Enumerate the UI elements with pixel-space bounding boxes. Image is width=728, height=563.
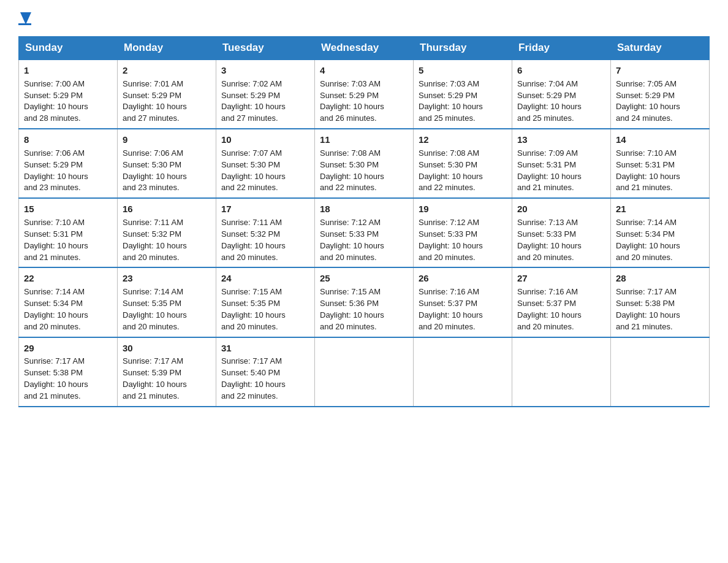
day-sunrise: Sunrise: 7:01 AMSunset: 5:29 PMDaylight:… xyxy=(123,79,187,123)
calendar-cell: 21 Sunrise: 7:14 AMSunset: 5:34 PMDaylig… xyxy=(611,198,710,267)
day-number: 10 xyxy=(221,133,309,147)
calendar-cell: 17 Sunrise: 7:11 AMSunset: 5:32 PMDaylig… xyxy=(216,198,315,267)
logo-underline xyxy=(18,23,31,25)
calendar-cell: 2 Sunrise: 7:01 AMSunset: 5:29 PMDayligh… xyxy=(118,59,216,129)
day-sunrise: Sunrise: 7:15 AMSunset: 5:35 PMDaylight:… xyxy=(221,287,286,331)
day-number: 19 xyxy=(419,202,507,216)
calendar-cell: 18 Sunrise: 7:12 AMSunset: 5:33 PMDaylig… xyxy=(315,198,414,267)
day-sunrise: Sunrise: 7:02 AMSunset: 5:29 PMDaylight:… xyxy=(221,79,286,123)
day-sunrise: Sunrise: 7:10 AMSunset: 5:31 PMDaylight:… xyxy=(24,218,88,262)
logo xyxy=(18,12,31,25)
svg-marker-0 xyxy=(20,12,31,25)
calendar-cell: 11 Sunrise: 7:08 AMSunset: 5:30 PMDaylig… xyxy=(315,129,414,198)
day-sunrise: Sunrise: 7:14 AMSunset: 5:34 PMDaylight:… xyxy=(24,287,88,331)
calendar-cell: 28 Sunrise: 7:17 AMSunset: 5:38 PMDaylig… xyxy=(611,267,710,337)
calendar-cell xyxy=(512,337,611,407)
day-sunrise: Sunrise: 7:10 AMSunset: 5:31 PMDaylight:… xyxy=(616,148,680,193)
day-number: 9 xyxy=(123,133,211,147)
day-sunrise: Sunrise: 7:14 AMSunset: 5:34 PMDaylight:… xyxy=(616,218,680,262)
logo-triangle-icon xyxy=(20,12,31,25)
calendar-cell: 14 Sunrise: 7:10 AMSunset: 5:31 PMDaylig… xyxy=(611,129,710,198)
day-number: 27 xyxy=(517,272,605,285)
logo-row1 xyxy=(18,12,31,25)
calendar-cell: 13 Sunrise: 7:09 AMSunset: 5:31 PMDaylig… xyxy=(512,129,611,198)
day-number: 20 xyxy=(517,202,605,216)
day-number: 14 xyxy=(616,133,704,147)
weekday-header-saturday: Saturday xyxy=(611,37,710,60)
day-sunrise: Sunrise: 7:07 AMSunset: 5:30 PMDaylight:… xyxy=(221,148,286,193)
calendar-cell: 4 Sunrise: 7:03 AMSunset: 5:29 PMDayligh… xyxy=(315,59,414,129)
calendar-cell: 9 Sunrise: 7:06 AMSunset: 5:30 PMDayligh… xyxy=(118,129,216,198)
day-sunrise: Sunrise: 7:12 AMSunset: 5:33 PMDaylight:… xyxy=(320,218,384,262)
calendar-cell xyxy=(414,337,512,407)
weekday-header-row: SundayMondayTuesdayWednesdayThursdayFrid… xyxy=(19,37,710,60)
day-number: 12 xyxy=(419,133,507,147)
day-number: 21 xyxy=(616,202,704,216)
day-number: 17 xyxy=(221,202,309,216)
day-sunrise: Sunrise: 7:11 AMSunset: 5:32 PMDaylight:… xyxy=(123,218,187,262)
calendar-cell: 20 Sunrise: 7:13 AMSunset: 5:33 PMDaylig… xyxy=(512,198,611,267)
day-number: 16 xyxy=(123,202,211,216)
day-sunrise: Sunrise: 7:08 AMSunset: 5:30 PMDaylight:… xyxy=(320,148,384,193)
day-sunrise: Sunrise: 7:05 AMSunset: 5:29 PMDaylight:… xyxy=(616,79,680,123)
day-number: 4 xyxy=(320,64,408,77)
weekday-header-monday: Monday xyxy=(118,37,216,60)
day-number: 3 xyxy=(221,64,309,77)
day-sunrise: Sunrise: 7:09 AMSunset: 5:31 PMDaylight:… xyxy=(517,148,582,193)
day-number: 24 xyxy=(221,272,309,285)
calendar-cell: 30 Sunrise: 7:17 AMSunset: 5:39 PMDaylig… xyxy=(118,337,216,407)
day-number: 31 xyxy=(221,342,309,355)
calendar-cell: 10 Sunrise: 7:07 AMSunset: 5:30 PMDaylig… xyxy=(216,129,315,198)
day-number: 30 xyxy=(123,342,211,355)
day-number: 13 xyxy=(517,133,605,147)
calendar-cell: 29 Sunrise: 7:17 AMSunset: 5:38 PMDaylig… xyxy=(19,337,118,407)
day-sunrise: Sunrise: 7:16 AMSunset: 5:37 PMDaylight:… xyxy=(419,287,483,331)
day-number: 25 xyxy=(320,272,408,285)
day-sunrise: Sunrise: 7:06 AMSunset: 5:30 PMDaylight:… xyxy=(123,148,187,193)
day-sunrise: Sunrise: 7:17 AMSunset: 5:39 PMDaylight:… xyxy=(123,356,187,400)
day-sunrise: Sunrise: 7:00 AMSunset: 5:29 PMDaylight:… xyxy=(24,79,88,123)
weekday-header-sunday: Sunday xyxy=(19,37,118,60)
day-number: 5 xyxy=(419,64,507,77)
calendar-week-3: 15 Sunrise: 7:10 AMSunset: 5:31 PMDaylig… xyxy=(19,198,710,267)
weekday-header-thursday: Thursday xyxy=(414,37,512,60)
day-sunrise: Sunrise: 7:16 AMSunset: 5:37 PMDaylight:… xyxy=(517,287,582,331)
day-number: 29 xyxy=(24,342,112,355)
day-sunrise: Sunrise: 7:04 AMSunset: 5:29 PMDaylight:… xyxy=(517,79,582,123)
calendar-week-5: 29 Sunrise: 7:17 AMSunset: 5:38 PMDaylig… xyxy=(19,337,710,407)
calendar-cell: 6 Sunrise: 7:04 AMSunset: 5:29 PMDayligh… xyxy=(512,59,611,129)
calendar-cell: 27 Sunrise: 7:16 AMSunset: 5:37 PMDaylig… xyxy=(512,267,611,337)
calendar-cell xyxy=(315,337,414,407)
day-sunrise: Sunrise: 7:17 AMSunset: 5:40 PMDaylight:… xyxy=(221,356,286,400)
calendar-cell: 25 Sunrise: 7:15 AMSunset: 5:36 PMDaylig… xyxy=(315,267,414,337)
calendar-cell: 8 Sunrise: 7:06 AMSunset: 5:29 PMDayligh… xyxy=(19,129,118,198)
calendar-week-1: 1 Sunrise: 7:00 AMSunset: 5:29 PMDayligh… xyxy=(19,59,710,129)
day-number: 7 xyxy=(616,64,704,77)
day-number: 18 xyxy=(320,202,408,216)
calendar-cell xyxy=(611,337,710,407)
day-number: 23 xyxy=(123,272,211,285)
day-number: 11 xyxy=(320,133,408,147)
day-sunrise: Sunrise: 7:17 AMSunset: 5:38 PMDaylight:… xyxy=(616,287,680,331)
calendar-cell: 1 Sunrise: 7:00 AMSunset: 5:29 PMDayligh… xyxy=(19,59,118,129)
day-number: 28 xyxy=(616,272,704,285)
weekday-header-tuesday: Tuesday xyxy=(216,37,315,60)
weekday-header-wednesday: Wednesday xyxy=(315,37,414,60)
calendar-week-2: 8 Sunrise: 7:06 AMSunset: 5:29 PMDayligh… xyxy=(19,129,710,198)
day-sunrise: Sunrise: 7:12 AMSunset: 5:33 PMDaylight:… xyxy=(419,218,483,262)
day-sunrise: Sunrise: 7:17 AMSunset: 5:38 PMDaylight:… xyxy=(24,356,88,400)
day-sunrise: Sunrise: 7:13 AMSunset: 5:33 PMDaylight:… xyxy=(517,218,582,262)
calendar-body: 1 Sunrise: 7:00 AMSunset: 5:29 PMDayligh… xyxy=(19,59,710,407)
calendar-week-4: 22 Sunrise: 7:14 AMSunset: 5:34 PMDaylig… xyxy=(19,267,710,337)
day-sunrise: Sunrise: 7:08 AMSunset: 5:30 PMDaylight:… xyxy=(419,148,483,193)
day-number: 2 xyxy=(123,64,211,77)
day-number: 26 xyxy=(419,272,507,285)
calendar-cell: 5 Sunrise: 7:03 AMSunset: 5:29 PMDayligh… xyxy=(414,59,512,129)
calendar-cell: 12 Sunrise: 7:08 AMSunset: 5:30 PMDaylig… xyxy=(414,129,512,198)
day-number: 15 xyxy=(24,202,112,216)
day-sunrise: Sunrise: 7:14 AMSunset: 5:35 PMDaylight:… xyxy=(123,287,187,331)
calendar-cell: 3 Sunrise: 7:02 AMSunset: 5:29 PMDayligh… xyxy=(216,59,315,129)
calendar-cell: 22 Sunrise: 7:14 AMSunset: 5:34 PMDaylig… xyxy=(19,267,118,337)
day-sunrise: Sunrise: 7:06 AMSunset: 5:29 PMDaylight:… xyxy=(24,148,88,193)
day-sunrise: Sunrise: 7:11 AMSunset: 5:32 PMDaylight:… xyxy=(221,218,286,262)
